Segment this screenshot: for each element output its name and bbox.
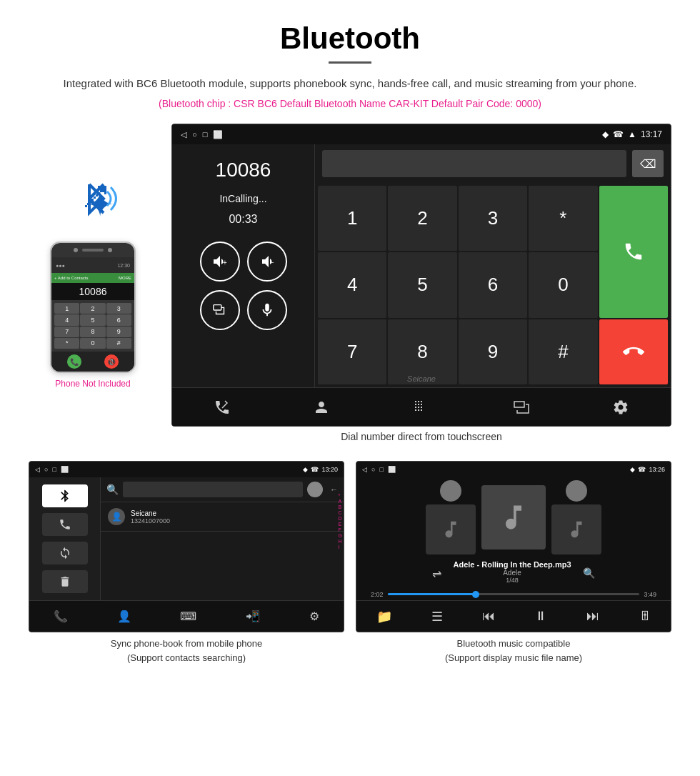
pb-nav-extra[interactable]: ⬜ (61, 466, 69, 473)
key-star[interactable]: * (529, 186, 597, 251)
music-list-icon[interactable]: ☰ (431, 609, 443, 625)
bluetooth-sidebar-btn[interactable] (42, 484, 88, 507)
volume-down-icon: − (259, 253, 276, 270)
key-hash[interactable]: # (529, 319, 597, 384)
alpha-c[interactable]: C (339, 510, 342, 515)
key-0[interactable]: 0 (529, 252, 597, 317)
phonebook-back-arrow[interactable]: ← (330, 485, 338, 494)
alpha-e[interactable]: E (339, 522, 342, 527)
mu-nav-back[interactable]: ◁ (362, 466, 367, 473)
phone-key-7[interactable]: 7 (54, 327, 79, 337)
phone-key-8[interactable]: 8 (80, 327, 105, 337)
key-4[interactable]: 4 (318, 252, 386, 317)
music-equalizer-icon[interactable]: 🎚 (639, 609, 651, 624)
mu-nav-extra[interactable]: ⬜ (388, 466, 396, 473)
key-8[interactable]: 8 (388, 319, 456, 384)
pb-bottom-call-icon[interactable]: 📞 (54, 610, 68, 623)
dialpad-backspace-button[interactable]: ⌫ (632, 150, 664, 177)
pb-bottom-dialpad-icon[interactable]: ⌨ (180, 610, 196, 623)
call-sidebar-btn[interactable] (42, 513, 88, 536)
pb-bottom-settings-icon[interactable]: ⚙ (309, 610, 319, 623)
call-accept-button[interactable] (599, 186, 668, 318)
volume-up-button[interactable]: + (200, 242, 240, 282)
phone-key-1[interactable]: 1 (54, 303, 79, 314)
dialpad-input-box[interactable] (322, 150, 626, 177)
bottom-transfer-icon[interactable] (513, 399, 530, 416)
music-progress-bar[interactable] (388, 593, 640, 595)
mu-nav-recent[interactable]: □ (379, 466, 383, 473)
phone-key-5[interactable]: 5 (80, 314, 105, 325)
music-controls: 📁 ☰ ⏮ ⏸ ⏭ 🎚 (356, 600, 671, 632)
phone-call-button[interactable]: 📞 (67, 354, 81, 369)
music-next-icon[interactable]: ⏭ (586, 609, 599, 624)
sync-sidebar-btn[interactable] (42, 542, 88, 564)
music-time-total: 3:49 (644, 591, 656, 598)
nav-back-icon[interactable]: ◁ (181, 130, 186, 139)
music-play-icon[interactable]: ⏸ (534, 609, 547, 624)
search-icon[interactable]: 🔍 (106, 484, 119, 495)
phone-key-2[interactable]: 2 (80, 303, 105, 314)
pb-bottom-contacts-icon[interactable]: 👤 (117, 610, 131, 623)
music-note-icon-right (566, 519, 587, 540)
phone-end-button[interactable]: 📵 (104, 354, 119, 369)
shuffle-icon[interactable]: ⇌ (432, 567, 441, 580)
music-prev-icon[interactable]: ⏮ (482, 609, 495, 624)
mu-nav-home[interactable]: ○ (371, 466, 375, 473)
nav-home-icon[interactable]: ○ (192, 130, 197, 139)
key-2[interactable]: 2 (388, 186, 456, 251)
music-caption: Bluetooth music compatible (Support disp… (356, 637, 671, 665)
music-dot-right (566, 480, 587, 502)
call-end-button[interactable] (599, 319, 668, 384)
alpha-h[interactable]: H (339, 539, 342, 544)
alpha-i[interactable]: I (339, 544, 342, 549)
pb-nav-back[interactable]: ◁ (35, 466, 40, 473)
phone-key-hash[interactable]: # (106, 338, 131, 349)
key-9[interactable]: 9 (459, 319, 527, 384)
pb-bottom-transfer-icon[interactable]: 📲 (246, 610, 260, 623)
alpha-star[interactable]: * (339, 493, 342, 498)
page-title: Bluetooth (43, 21, 657, 56)
music-card: ◁ ○ □ ⬜ ◆ ☎ 13:26 (356, 461, 671, 665)
delete-sidebar-btn[interactable] (42, 570, 88, 593)
call-accept-icon (623, 241, 644, 262)
music-search-icon[interactable]: 🔍 (583, 567, 595, 579)
microphone-button[interactable] (247, 290, 287, 330)
phone-key-9[interactable]: 9 (106, 327, 131, 337)
contact-item[interactable]: 👤 Seicane 13241007000 (101, 502, 344, 532)
phone-key-star[interactable]: * (54, 338, 79, 349)
bottom-contacts-icon[interactable] (313, 399, 330, 416)
alpha-d[interactable]: D (339, 516, 342, 521)
volume-down-button[interactable]: − (247, 242, 287, 282)
bottom-dialpad-icon[interactable] (413, 399, 430, 416)
alpha-f[interactable]: F (339, 527, 342, 532)
key-5[interactable]: 5 (388, 252, 456, 317)
key-3[interactable]: 3 (459, 186, 527, 251)
bottom-call-icon[interactable] (214, 399, 231, 416)
key-6[interactable]: 6 (459, 252, 527, 317)
phone-dot-2 (108, 248, 112, 252)
phone-key-6[interactable]: 6 (106, 314, 131, 325)
pb-nav-home[interactable]: ○ (44, 466, 48, 473)
alpha-g[interactable]: G (339, 533, 342, 538)
phone-top-bar (51, 243, 134, 257)
call-sidebar-icon (59, 518, 71, 531)
sync-sidebar-icon (59, 547, 71, 559)
phone-key-4[interactable]: 4 (54, 314, 79, 325)
transfer-button[interactable] (200, 290, 240, 330)
phone-key-3[interactable]: 3 (106, 303, 131, 314)
music-folder-icon[interactable]: 📁 (376, 609, 392, 625)
album-art-left (426, 504, 476, 554)
bottom-settings-icon[interactable] (612, 399, 629, 416)
phone-key-0[interactable]: 0 (80, 338, 105, 349)
music-progress-dot[interactable] (472, 591, 479, 598)
pb-nav-recent[interactable]: □ (52, 466, 56, 473)
nav-extra-icon[interactable]: ⬜ (213, 130, 223, 139)
nav-recent-icon[interactable]: □ (203, 130, 208, 139)
key-1[interactable]: 1 (318, 186, 386, 251)
alpha-a[interactable]: A (339, 499, 342, 504)
phonebook-search-input[interactable] (123, 482, 303, 497)
music-track: 1/48 (453, 577, 571, 584)
alpha-b[interactable]: B (339, 504, 342, 509)
key-7[interactable]: 7 (318, 319, 386, 384)
phonebook-main: 🔍 ← 👤 Seicane 13241007000 (101, 477, 344, 600)
